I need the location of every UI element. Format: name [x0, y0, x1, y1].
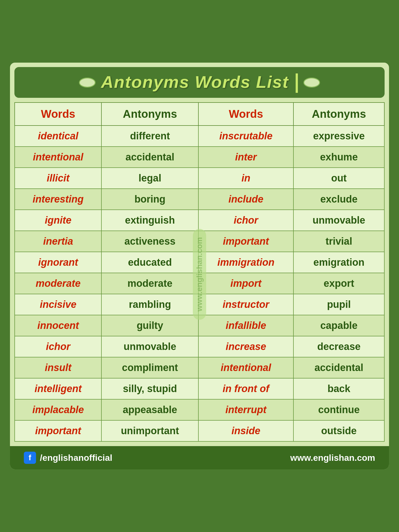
word-cell: insult — [15, 357, 101, 378]
antonym-cell: unmovable — [101, 336, 198, 357]
word-cell: innocent — [15, 315, 101, 336]
table-row: insultcomplimentintentionalaccidental — [15, 357, 384, 378]
antonym-cell: activeness — [101, 231, 198, 252]
antonym-cell: pupil — [293, 294, 384, 315]
antonym-cell: legal — [101, 168, 198, 189]
antonym-cell: unmovable — [293, 210, 384, 231]
word-cell: ichor — [15, 336, 101, 357]
card: Antonyms Words List www.englishan.com Wo… — [8, 61, 391, 471]
word-cell: increase — [198, 336, 293, 357]
antonym-cell: accidental — [101, 147, 198, 168]
table-row: implacableappeasableinterruptcontinue — [15, 399, 384, 420]
antonym-cell: emigration — [293, 252, 384, 273]
word-cell: infallible — [198, 315, 293, 336]
antonym-cell: outside — [293, 420, 384, 441]
table-row: identicaldifferentinscrutableexpressive — [15, 126, 384, 147]
antonym-cell: out — [293, 168, 384, 189]
table-body: identicaldifferentinscrutableexpressivei… — [15, 126, 384, 441]
word-cell: intelligent — [15, 378, 101, 399]
word-cell: interrupt — [198, 399, 293, 420]
antonym-cell: rambling — [101, 294, 198, 315]
facebook-icon: f — [24, 452, 36, 464]
antonym-cell: back — [293, 378, 384, 399]
antonyms-table: Words Antonyms Words Antonyms identicald… — [14, 102, 385, 442]
antonym-cell: boring — [101, 189, 198, 210]
table-row: incisiveramblinginstructorpupil — [15, 294, 384, 315]
table-row: ichorunmovableincreasedecrease — [15, 336, 384, 357]
table-row: intelligentsilly, stupidin front ofback — [15, 378, 384, 399]
table-row: intentionalaccidentalinterexhume — [15, 147, 384, 168]
footer-website: www.englishan.com — [290, 453, 375, 463]
word-cell: moderate — [15, 273, 101, 294]
antonym-cell: moderate — [101, 273, 198, 294]
antonym-cell: extinguish — [101, 210, 198, 231]
antonym-cell: decrease — [293, 336, 384, 357]
col-header-antonyms2: Antonyms — [293, 103, 384, 126]
header-oval-right — [303, 78, 320, 88]
antonym-cell: compliment — [101, 357, 198, 378]
table-header-row: Words Antonyms Words Antonyms — [15, 103, 384, 126]
header-oval-left — [79, 78, 96, 88]
antonym-cell: exhume — [293, 147, 384, 168]
antonym-cell: expressive — [293, 126, 384, 147]
table-row: interestingboringincludeexclude — [15, 189, 384, 210]
word-cell: ignite — [15, 210, 101, 231]
word-cell: instructor — [198, 294, 293, 315]
word-cell: important — [198, 231, 293, 252]
header: Antonyms Words List — [14, 67, 385, 98]
antonym-cell: export — [293, 273, 384, 294]
antonym-cell: educated — [101, 252, 198, 273]
table-row: moderatemoderateimportexport — [15, 273, 384, 294]
footer-left: f /englishanofficial — [24, 452, 112, 464]
antonym-cell: appeasable — [101, 399, 198, 420]
word-cell: inter — [198, 147, 293, 168]
antonym-cell: exclude — [293, 189, 384, 210]
table-row: illicitlegalinout — [15, 168, 384, 189]
word-cell: inertia — [15, 231, 101, 252]
word-cell: intentional — [198, 357, 293, 378]
word-cell: include — [198, 189, 293, 210]
word-cell: incisive — [15, 294, 101, 315]
facebook-handle: /englishanofficial — [40, 453, 112, 463]
header-title: Antonyms Words List — [101, 72, 298, 93]
col-header-antonyms1: Antonyms — [101, 103, 198, 126]
word-cell: ichor — [198, 210, 293, 231]
col-header-words2: Words — [198, 103, 293, 126]
antonym-cell: silly, stupid — [101, 378, 198, 399]
word-cell: important — [15, 420, 101, 441]
table-row: igniteextinguishichorunmovable — [15, 210, 384, 231]
word-cell: inscrutable — [198, 126, 293, 147]
antonym-cell: guilty — [101, 315, 198, 336]
word-cell: identical — [15, 126, 101, 147]
word-cell: in — [198, 168, 293, 189]
header-bar — [296, 73, 298, 93]
table-row: ignoranteducatedimmigrationemigration — [15, 252, 384, 273]
word-cell: intentional — [15, 147, 101, 168]
table-row: inertiaactivenessimportanttrivial — [15, 231, 384, 252]
antonym-cell: different — [101, 126, 198, 147]
word-cell: interesting — [15, 189, 101, 210]
antonym-cell: accidental — [293, 357, 384, 378]
word-cell: immigration — [198, 252, 293, 273]
header-title-text: Antonyms Words List — [101, 72, 289, 91]
antonym-cell: unimportant — [101, 420, 198, 441]
antonym-cell: trivial — [293, 231, 384, 252]
word-cell: inside — [198, 420, 293, 441]
word-cell: implacable — [15, 399, 101, 420]
table-row: importantunimportantinsideoutside — [15, 420, 384, 441]
table-container: www.englishan.com Words Antonyms Words A… — [10, 102, 389, 446]
antonym-cell: continue — [293, 399, 384, 420]
col-header-words1: Words — [15, 103, 101, 126]
word-cell: illicit — [15, 168, 101, 189]
word-cell: import — [198, 273, 293, 294]
antonym-cell: capable — [293, 315, 384, 336]
table-row: innocentguiltyinfalliblecapable — [15, 315, 384, 336]
word-cell: in front of — [198, 378, 293, 399]
word-cell: ignorant — [15, 252, 101, 273]
footer: f /englishanofficial www.englishan.com — [10, 446, 389, 469]
